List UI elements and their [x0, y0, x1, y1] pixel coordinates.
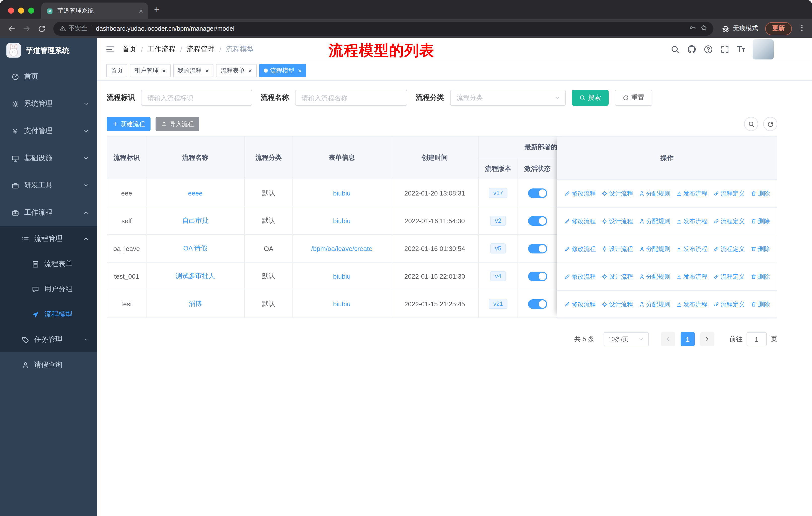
reset-button[interactable]: 重置 [615, 90, 652, 106]
breadcrumb-item[interactable]: 首页 [122, 45, 137, 54]
action-delete-link[interactable]: 删除 [750, 245, 770, 253]
process-name-input[interactable] [295, 90, 407, 106]
action-delete-link[interactable]: 删除 [750, 189, 770, 198]
search-button[interactable]: 搜索 [572, 90, 609, 106]
bookmark-star-icon[interactable] [700, 24, 707, 33]
form-link[interactable]: /bpm/oa/leave/create [311, 245, 373, 252]
action-edit-link[interactable]: 修改流程 [564, 245, 596, 253]
search-icon[interactable] [671, 45, 679, 54]
model-name-link[interactable]: 滔博 [189, 300, 202, 307]
form-link[interactable]: biubiu [333, 272, 350, 280]
prev-page-button[interactable] [661, 332, 675, 346]
sidebar-item-user-group[interactable]: 用户分组 [0, 277, 97, 302]
active-toggle[interactable] [528, 299, 547, 309]
action-design-link[interactable]: 设计流程 [601, 189, 633, 198]
process-id-input[interactable] [141, 90, 252, 106]
sidebar-collapse-button[interactable] [105, 44, 115, 54]
active-toggle[interactable] [528, 216, 547, 225]
next-page-button[interactable] [700, 332, 714, 346]
sidebar-item-process-model[interactable]: 流程模型 [0, 302, 97, 327]
minimize-window-button[interactable] [18, 7, 24, 13]
action-delete-link[interactable]: 删除 [750, 300, 770, 309]
security-warning[interactable]: 不安全 [59, 24, 87, 33]
sidebar-item-process-form[interactable]: 流程表单 [0, 251, 97, 277]
action-definition-link[interactable]: 流程定义 [713, 217, 745, 225]
action-delete-link[interactable]: 删除 [750, 217, 770, 225]
action-definition-link[interactable]: 流程定义 [713, 189, 745, 198]
active-toggle[interactable] [528, 244, 547, 253]
action-assign-link[interactable]: 分配规则 [639, 272, 670, 281]
tagview-tab[interactable]: 首页 [106, 64, 127, 77]
action-publish-link[interactable]: 发布流程 [676, 217, 707, 225]
action-design-link[interactable]: 设计流程 [601, 217, 633, 225]
action-edit-link[interactable]: 修改流程 [564, 300, 596, 309]
action-publish-link[interactable]: 发布流程 [676, 300, 707, 309]
update-browser-button[interactable]: 更新 [765, 22, 792, 35]
action-design-link[interactable]: 设计流程 [601, 245, 633, 253]
sidebar-item-task-mgmt[interactable]: 任务管理 [0, 327, 97, 352]
browser-tab[interactable]: 芋道管理系统 × [41, 2, 148, 19]
close-window-button[interactable] [8, 7, 14, 13]
tag-close-icon[interactable]: × [205, 67, 209, 74]
action-assign-link[interactable]: 分配规则 [639, 245, 670, 253]
font-size-icon[interactable]: TT [737, 45, 745, 53]
sidebar-item-home[interactable]: 首页 [0, 63, 97, 90]
breadcrumb-item[interactable]: 工作流程 [147, 45, 176, 54]
maximize-window-button[interactable] [28, 7, 34, 13]
category-select[interactable]: 流程分类 [450, 90, 566, 106]
action-definition-link[interactable]: 流程定义 [713, 272, 745, 281]
action-publish-link[interactable]: 发布流程 [676, 189, 707, 198]
action-design-link[interactable]: 设计流程 [601, 300, 633, 309]
sidebar-item-workflow[interactable]: 工作流程 [0, 199, 97, 226]
action-edit-link[interactable]: 修改流程 [564, 272, 596, 281]
reload-button[interactable] [35, 22, 48, 34]
sidebar-item-system-mgmt[interactable]: 系统管理 [0, 90, 97, 117]
back-button[interactable] [5, 22, 18, 34]
action-assign-link[interactable]: 分配规则 [639, 300, 670, 309]
fullscreen-icon[interactable] [720, 45, 729, 54]
sidebar-item-infrastructure[interactable]: 基础设施 [0, 145, 97, 172]
github-icon[interactable] [687, 45, 696, 54]
tag-close-icon[interactable]: × [248, 67, 252, 74]
active-toggle[interactable] [528, 188, 547, 198]
form-link[interactable]: biubiu [333, 189, 350, 197]
model-name-link[interactable]: eeee [188, 189, 203, 197]
tag-close-icon[interactable]: × [298, 67, 302, 74]
active-toggle[interactable] [528, 271, 547, 281]
action-definition-link[interactable]: 流程定义 [713, 245, 745, 253]
action-definition-link[interactable]: 流程定义 [713, 300, 745, 309]
import-process-button[interactable]: 导入流程 [155, 117, 199, 131]
page-number-button[interactable]: 1 [680, 332, 695, 346]
action-design-link[interactable]: 设计流程 [601, 272, 633, 281]
refresh-table-icon[interactable] [763, 117, 777, 131]
help-icon[interactable] [704, 45, 713, 54]
form-link[interactable]: biubiu [333, 300, 350, 308]
model-name-link[interactable]: 测试多审批人 [176, 272, 215, 280]
sidebar-item-leave-query[interactable]: 请假查询 [0, 352, 97, 377]
goto-page-input[interactable] [747, 332, 767, 346]
sidebar-item-payment-mgmt[interactable]: ¥支付管理 [0, 117, 97, 145]
action-assign-link[interactable]: 分配规则 [639, 217, 670, 225]
tab-close-icon[interactable]: × [139, 7, 143, 15]
new-tab-button[interactable]: + [154, 4, 160, 15]
form-link[interactable]: biubiu [333, 217, 350, 224]
action-assign-link[interactable]: 分配规则 [639, 189, 670, 198]
tag-close-icon[interactable]: × [162, 67, 166, 74]
tagview-tab[interactable]: 租户管理× [130, 64, 170, 77]
action-edit-link[interactable]: 修改流程 [564, 217, 596, 225]
model-name-link[interactable]: OA 请假 [183, 244, 207, 252]
action-edit-link[interactable]: 修改流程 [564, 189, 596, 198]
toggle-search-icon[interactable] [744, 117, 758, 131]
tagview-tab[interactable]: 我的流程× [173, 64, 213, 77]
page-size-select[interactable]: 10条/页 [604, 332, 649, 346]
sidebar-item-process-mgmt[interactable]: 流程管理 [0, 226, 97, 251]
address-bar[interactable]: 不安全 dashboard.yudao.iocoder.cn/bpm/manag… [53, 21, 713, 35]
action-publish-link[interactable]: 发布流程 [676, 245, 707, 253]
tagview-tab[interactable]: 流程模型× [259, 64, 306, 77]
tagview-tab[interactable]: 流程表单× [216, 64, 257, 77]
action-publish-link[interactable]: 发布流程 [676, 272, 707, 281]
action-delete-link[interactable]: 删除 [750, 272, 770, 281]
model-name-link[interactable]: 自己审批 [182, 217, 208, 224]
avatar[interactable] [753, 39, 774, 59]
forward-button[interactable] [20, 22, 33, 34]
